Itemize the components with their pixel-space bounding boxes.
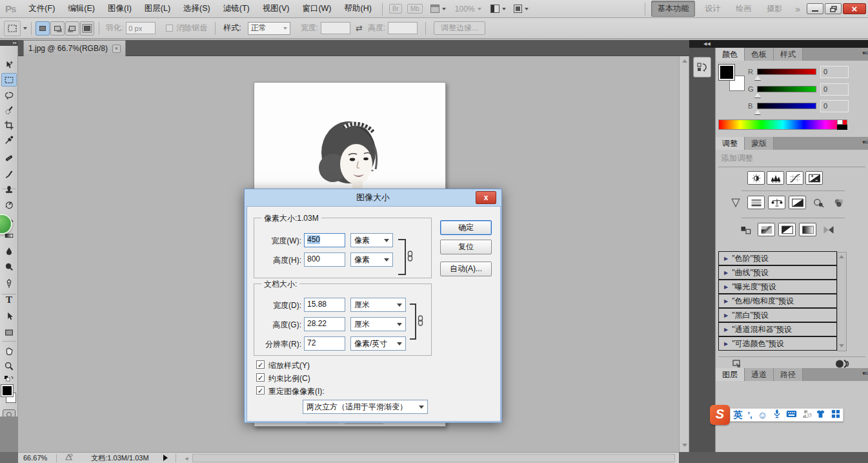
screen-mode-button[interactable] (514, 5, 529, 13)
pixel-height-input[interactable]: 800 (304, 252, 345, 267)
ok-button[interactable]: 确定 (440, 220, 492, 235)
reset-button[interactable]: 复位 (440, 240, 492, 254)
channel-mixer-icon[interactable] (830, 196, 847, 209)
vibrance-icon[interactable] (727, 196, 744, 209)
workspace-overflow-chevron[interactable]: » (795, 4, 800, 14)
type-tool[interactable]: T (1, 293, 17, 307)
menu-file[interactable]: 文件(F) (22, 0, 61, 18)
resolution-unit-dropdown[interactable]: 像素/英寸 (350, 336, 406, 351)
panel-menu-icon[interactable]: ▾≡ (862, 139, 867, 145)
sogou-punctuation-toggle[interactable]: ’, (747, 410, 752, 420)
clone-stamp-tool[interactable] (1, 182, 17, 196)
menu-select[interactable]: 选择(S) (177, 0, 217, 18)
crop-tool[interactable] (1, 118, 17, 132)
preset-selective-color[interactable]: ▶"可选颜色"预设 (718, 336, 837, 351)
status-flyout-icon[interactable] (163, 455, 168, 461)
panel-menu-icon[interactable]: ▾≡ (862, 50, 867, 56)
constrain-proportions-checkbox[interactable]: ✓ (256, 373, 265, 382)
doc-height-input[interactable]: 28.22 (304, 317, 345, 331)
spectrum-white-swatch[interactable] (837, 119, 843, 125)
gradient-map-icon[interactable] (799, 223, 816, 236)
invert-icon[interactable] (737, 223, 754, 236)
menu-window[interactable]: 窗口(W) (296, 0, 338, 18)
sogou-emoji-icon[interactable]: ☺ (758, 409, 767, 420)
pixel-width-input[interactable]: 450 (304, 233, 345, 247)
scroll-up-icon[interactable] (682, 59, 687, 63)
arrange-documents-button[interactable] (490, 5, 506, 13)
preset-hue-saturation[interactable]: ▶"色相/饱和度"预设 (718, 294, 837, 308)
selection-mode-intersect[interactable] (80, 21, 94, 36)
path-selection-tool[interactable] (1, 309, 17, 323)
panel-dock-collapse-bar[interactable]: ◀◀ (689, 40, 868, 48)
preset-exposure[interactable]: ▶"曝光度"预设 (718, 280, 837, 294)
menu-filter[interactable]: 滤镜(T) (217, 0, 256, 18)
selection-mode-subtract[interactable] (65, 21, 79, 36)
tab-styles[interactable]: 样式 (774, 48, 803, 61)
workspace-photography[interactable]: 摄影 (761, 1, 788, 16)
red-value-input[interactable]: 0 (820, 66, 849, 78)
selection-mode-add[interactable] (50, 21, 65, 36)
antialias-checkbox[interactable]: 消除锯齿 (166, 23, 207, 34)
style-dropdown[interactable]: 正常 (248, 22, 290, 35)
workspace-painting[interactable]: 绘画 (730, 1, 757, 16)
resample-method-dropdown[interactable]: 两次立方（适用于平滑渐变） (303, 400, 428, 414)
zoom-tool[interactable] (1, 359, 17, 373)
tab-adjustments[interactable]: 调整 (716, 137, 745, 150)
selection-mode-new[interactable] (35, 21, 50, 36)
height-input[interactable] (388, 22, 418, 34)
blur-tool[interactable] (1, 244, 17, 258)
refine-edge-button[interactable]: 调整边缘... (434, 21, 485, 35)
sogou-login-icon[interactable]: 15 (802, 409, 811, 420)
panel-menu-icon[interactable]: ▾≡ (862, 370, 867, 376)
preset-black-white[interactable]: ▶"黑白"预设 (718, 308, 837, 322)
tab-color[interactable]: 颜色 (716, 48, 745, 61)
menu-edit[interactable]: 编辑(E) (61, 0, 101, 18)
view-extras-button[interactable] (430, 5, 446, 13)
blue-slider-marker[interactable] (754, 110, 761, 114)
rectangular-marquee-tool[interactable] (1, 73, 17, 87)
pixel-width-unit-dropdown[interactable]: 像素 (350, 233, 393, 247)
eyedropper-tool[interactable] (1, 133, 17, 147)
tab-paths[interactable]: 路径 (774, 368, 803, 381)
selective-color-icon[interactable] (820, 223, 837, 236)
doc-height-unit-dropdown[interactable]: 厘米 (350, 317, 406, 331)
toolbar-collapse-handle[interactable]: ▸▸ (0, 40, 18, 46)
history-brush-tool[interactable] (1, 198, 17, 211)
zoom-level-dropdown[interactable]: 100% (455, 5, 481, 14)
shape-tool[interactable] (1, 325, 17, 339)
close-button[interactable]: × (843, 3, 866, 14)
brightness-contrast-icon[interactable] (747, 171, 765, 185)
menu-layer[interactable]: 图层(L) (138, 0, 177, 18)
default-colors-icon[interactable] (1, 375, 17, 384)
doc-width-input[interactable]: 15.88 (304, 298, 345, 312)
bridge-button[interactable]: Br (389, 4, 402, 14)
sogou-voice-icon[interactable] (773, 409, 781, 421)
hand-tool[interactable] (1, 344, 17, 357)
move-tool[interactable] (1, 58, 17, 72)
presets-scrollbar[interactable] (837, 252, 847, 351)
green-slider-marker[interactable] (754, 93, 761, 98)
green-slider[interactable] (757, 86, 816, 92)
pen-tool[interactable] (1, 276, 17, 290)
doc-width-unit-dropdown[interactable]: 厘米 (350, 298, 406, 312)
vertical-scrollbar[interactable] (679, 56, 689, 452)
red-slider-marker[interactable] (754, 76, 761, 80)
tool-preset-chevron[interactable] (23, 27, 27, 30)
scale-styles-checkbox[interactable]: ✓ (256, 360, 265, 369)
width-input[interactable] (321, 22, 350, 34)
color-spectrum-ramp[interactable] (718, 119, 847, 130)
workspace-essentials[interactable]: 基本功能 (651, 1, 695, 17)
photo-filter-icon[interactable] (809, 196, 827, 209)
hscroll-left-icon[interactable]: ◂ (185, 455, 188, 462)
auto-button[interactable]: 自动(A)... (440, 262, 492, 276)
spectrum-black-swatch[interactable] (837, 125, 847, 130)
sogou-toolbox-icon[interactable] (831, 409, 840, 420)
levels-icon[interactable] (767, 171, 784, 185)
foreground-swatch[interactable] (719, 65, 734, 80)
menu-view[interactable]: 视图(V) (256, 0, 296, 18)
posterize-icon[interactable] (758, 223, 775, 236)
pixel-height-unit-dropdown[interactable]: 像素 (350, 252, 393, 267)
mini-bridge-button[interactable]: Mb (407, 4, 423, 14)
resolution-input[interactable]: 72 (304, 336, 345, 351)
minimize-button[interactable] (807, 3, 823, 14)
